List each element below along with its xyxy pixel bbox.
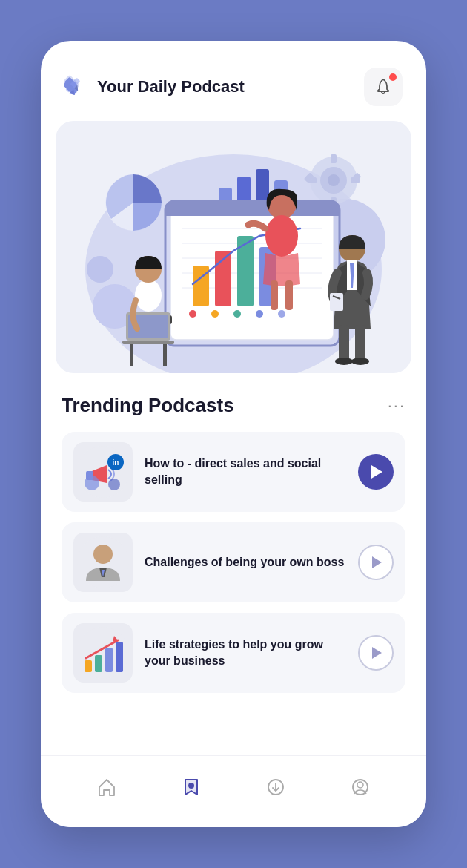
svg-point-35 (189, 310, 196, 318)
nav-item-home[interactable] (85, 771, 129, 803)
svg-rect-60 (339, 325, 349, 362)
svg-point-71 (93, 545, 113, 564)
hero-illustration (56, 121, 411, 373)
svg-point-38 (256, 310, 263, 318)
play-icon-2 (372, 556, 382, 568)
nav-item-podcast[interactable] (169, 771, 213, 803)
svg-point-83 (357, 782, 363, 788)
podcast-thumbnail-2 (73, 533, 133, 592)
svg-point-37 (234, 310, 241, 318)
svg-point-52 (265, 215, 298, 257)
nav-item-profile[interactable] (338, 771, 382, 803)
bell-icon (374, 78, 392, 96)
hero-section (56, 121, 411, 373)
svg-point-36 (211, 310, 219, 318)
notification-button[interactable] (364, 68, 403, 106)
podcast-info-2: Challenges of being your own boss (145, 554, 346, 571)
svg-rect-54 (285, 280, 293, 310)
podcast-title-3: Life strategies to help you grow your bu… (145, 638, 323, 667)
trending-title: Trending Podcasts (62, 394, 234, 417)
profile-icon (350, 777, 371, 798)
svg-rect-77 (105, 648, 113, 672)
home-icon (96, 777, 117, 798)
podcast-icon (181, 777, 202, 798)
svg-point-63 (351, 358, 369, 365)
svg-rect-75 (85, 660, 92, 672)
podcast-thumbnail-3 (73, 623, 133, 683)
svg-point-46 (135, 279, 162, 312)
download-icon (265, 777, 286, 798)
svg-point-80 (188, 783, 194, 789)
app-title: Your Daily Podcast (97, 77, 245, 96)
svg-point-68 (85, 476, 99, 490)
podcast-item: in How to - direct sales and social sell… (62, 432, 405, 512)
svg-rect-61 (355, 325, 365, 362)
trending-header: Trending Podcasts ··· (62, 394, 405, 417)
phone-card: Your Daily Podcast (41, 41, 426, 827)
app-header: Your Daily Podcast (41, 41, 426, 121)
svg-rect-58 (330, 293, 343, 311)
podcast-item: Challenges of being your own boss (62, 522, 405, 602)
play-button-3[interactable] (358, 635, 394, 671)
podcast-info-1: How to - direct sales and social selling (145, 456, 346, 489)
podcast-title-1: How to - direct sales and social selling (145, 457, 321, 486)
svg-point-69 (108, 479, 120, 490)
svg-rect-53 (271, 280, 278, 310)
play-icon-3 (372, 647, 382, 659)
pencil-icon-svg (62, 74, 87, 99)
svg-rect-78 (116, 642, 123, 672)
svg-rect-50 (122, 341, 174, 344)
svg-rect-31 (193, 266, 209, 306)
more-options-button[interactable]: ··· (388, 396, 405, 415)
trending-section: Trending Podcasts ··· (41, 373, 426, 705)
svg-rect-76 (95, 655, 102, 672)
play-button-1[interactable] (358, 454, 394, 490)
play-icon-1 (371, 465, 382, 479)
podcast-title-2: Challenges of being your own boss (145, 556, 344, 568)
play-button-2[interactable] (358, 545, 394, 580)
podcast-item: Life strategies to help you grow your bu… (62, 613, 405, 693)
svg-rect-19 (331, 154, 337, 163)
nav-item-download[interactable] (254, 771, 298, 803)
svg-text:in: in (113, 458, 119, 467)
header-left: Your Daily Podcast (64, 75, 245, 99)
svg-point-39 (278, 310, 285, 318)
podcast-list: in How to - direct sales and social sell… (62, 432, 405, 693)
bottom-navigation (41, 755, 426, 827)
svg-point-62 (335, 358, 353, 365)
notification-dot (389, 73, 397, 81)
svg-rect-42 (165, 208, 340, 216)
podcast-info-3: Life strategies to help you grow your bu… (145, 637, 346, 670)
podcast-thumbnail-1: in (73, 442, 133, 502)
svg-point-10 (87, 256, 113, 283)
svg-point-18 (328, 174, 340, 186)
